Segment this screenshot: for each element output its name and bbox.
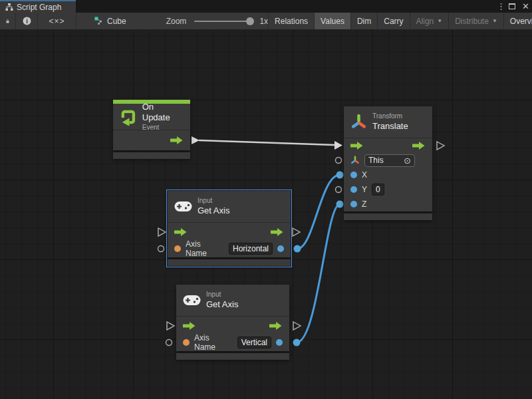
node-category: Transform <box>372 112 408 121</box>
value-output-dot[interactable] <box>276 339 283 346</box>
node-footer <box>176 353 289 360</box>
target-row: This ⊙ <box>344 153 432 168</box>
zoom-label: Zoom <box>166 17 187 26</box>
chevron-down-icon: ▼ <box>492 18 497 24</box>
port-translate-flow-output[interactable] <box>437 142 444 150</box>
port-getaxis-v-flow-input[interactable] <box>167 322 174 330</box>
axis-name-row: Axis Name Horizontal <box>168 241 291 257</box>
x-label: X <box>362 170 367 180</box>
node-title: Get Axis <box>206 299 238 310</box>
z-label: Z <box>362 200 366 209</box>
node-footer <box>344 213 432 220</box>
graph-canvas[interactable]: On Update Event Transform <box>0 30 532 399</box>
distribute-dropdown[interactable]: Distribute▼ <box>449 13 504 29</box>
string-port-dot[interactable] <box>174 245 181 252</box>
transform-icon <box>350 114 367 130</box>
node-on-update[interactable]: On Update Event <box>113 100 190 159</box>
window-menu-icon[interactable]: ⋮ <box>497 2 502 11</box>
node-footer <box>168 259 291 266</box>
tab-title: Script Graph <box>17 3 61 12</box>
flow-arrow-icon[interactable] <box>412 142 426 150</box>
axis-name-label: Axis Name <box>194 333 233 352</box>
y-label: Y <box>362 185 367 194</box>
svg-text:i: i <box>26 18 28 25</box>
flow-arrow-icon[interactable] <box>269 322 283 330</box>
node-category: Input <box>206 291 238 299</box>
transform-icon-small <box>350 156 360 165</box>
value-connection-vertical-z[interactable] <box>293 201 344 346</box>
node-footer <box>113 152 190 159</box>
axis-name-label: Axis Name <box>186 239 224 258</box>
maximize-icon[interactable] <box>509 3 515 9</box>
gamepad-icon <box>174 201 192 212</box>
values-button[interactable]: Values <box>315 13 351 29</box>
code-view-button[interactable]: <×> <box>38 13 76 29</box>
port-translate-target-input[interactable] <box>336 158 342 164</box>
zoom-value: 1x <box>259 17 268 26</box>
flow-row <box>113 130 190 150</box>
value-port-dot[interactable] <box>350 201 357 207</box>
flow-row <box>168 223 291 241</box>
node-translate[interactable]: Transform Translate This <box>344 106 432 220</box>
node-get-axis-vertical[interactable]: Input Get Axis Axis Name Vertical <box>176 285 289 360</box>
port-getaxis-h-flow-input[interactable] <box>158 228 166 236</box>
lock-button[interactable] <box>0 13 16 29</box>
axis-name-field[interactable]: Vertical <box>237 336 271 348</box>
chevron-down-icon: ▼ <box>437 18 442 24</box>
info-icon: i <box>23 17 31 25</box>
on-update-loop-icon <box>120 108 137 126</box>
port-getaxis-v-flow-output[interactable] <box>293 322 301 330</box>
zoom-slider[interactable] <box>194 21 253 22</box>
zoom-slider-knob[interactable] <box>246 17 254 25</box>
value-output-dot[interactable] <box>277 245 284 252</box>
port-translate-y-input[interactable] <box>336 187 342 193</box>
graph-asset-icon <box>94 17 103 25</box>
graph-hierarchy-icon <box>5 3 13 11</box>
flow-arrow-icon[interactable] <box>183 322 196 330</box>
overview-button[interactable]: Overview <box>504 13 532 29</box>
gamepad-icon <box>183 295 201 306</box>
axis-name-row: Axis Name Vertical <box>176 335 289 351</box>
lock-icon <box>6 17 9 25</box>
node-category: Input <box>198 197 229 205</box>
flow-arrow-icon[interactable] <box>170 136 184 144</box>
node-get-axis-horizontal[interactable]: Input Get Axis Axis Name Horizontal <box>168 191 291 266</box>
flow-row <box>176 317 289 335</box>
port-getaxis-h-flow-output[interactable] <box>293 228 300 236</box>
info-button[interactable]: i <box>16 13 38 29</box>
flow-arrow-icon[interactable] <box>271 228 284 236</box>
y-value-field[interactable]: 0 <box>372 184 384 196</box>
dim-button[interactable]: Dim <box>351 13 378 29</box>
breadcrumb[interactable]: Cube <box>94 17 126 26</box>
align-dropdown[interactable]: Align▼ <box>410 13 450 29</box>
tab-script-graph[interactable]: Script Graph <box>0 0 76 13</box>
z-input-row: Z <box>344 197 432 211</box>
flow-connection-onupdate-translate[interactable] <box>192 136 342 150</box>
flow-arrow-icon[interactable] <box>174 228 188 236</box>
port-getaxis-h-name-input[interactable] <box>158 246 164 252</box>
node-title: Translate <box>372 121 408 132</box>
graph-toolbar: i <×> Cube Zoom 1x Relations Values Dim … <box>0 13 532 30</box>
carry-button[interactable]: Carry <box>378 13 410 29</box>
object-picker-icon[interactable]: ⊙ <box>404 156 411 165</box>
flow-arrow-icon[interactable] <box>350 142 364 150</box>
node-subtitle: Event <box>142 124 184 132</box>
node-title: On Update <box>142 102 184 124</box>
value-port-dot[interactable] <box>350 172 357 178</box>
graph-name: Cube <box>107 17 126 26</box>
node-title: Get Axis <box>198 205 229 216</box>
value-connection-horizontal-x[interactable] <box>294 172 344 253</box>
target-object-field[interactable]: This ⊙ <box>364 154 415 167</box>
port-getaxis-v-name-input[interactable] <box>166 340 172 346</box>
axis-name-field[interactable]: Horizontal <box>229 243 273 255</box>
flow-row <box>344 138 432 153</box>
window-titlebar: Script Graph ⋮ ✕ <box>0 0 532 13</box>
close-icon[interactable]: ✕ <box>522 2 529 11</box>
code-view-icon: <×> <box>49 17 65 26</box>
string-port-dot[interactable] <box>183 339 190 346</box>
relations-button[interactable]: Relations <box>269 13 315 29</box>
y-input-row: Y 0 <box>344 182 432 197</box>
x-input-row: X <box>344 168 432 182</box>
value-port-dot[interactable] <box>350 186 357 193</box>
